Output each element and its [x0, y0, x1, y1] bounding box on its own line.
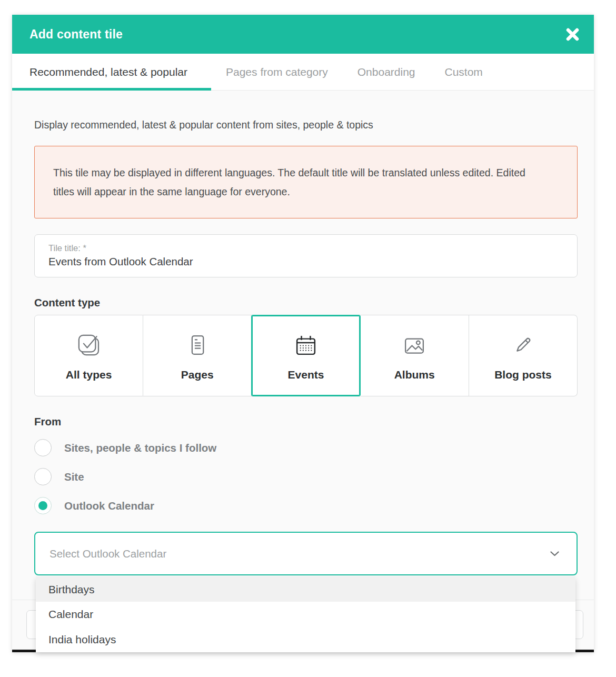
- content-type-label: All types: [66, 369, 112, 381]
- radio-label: Sites, people & topics I follow: [64, 442, 216, 454]
- content-type-all-types[interactable]: All types: [34, 315, 143, 396]
- calendar-icon: [292, 331, 320, 360]
- radio-label: Outlook Calendar: [64, 500, 154, 512]
- content-type-albums[interactable]: Albums: [361, 315, 469, 396]
- dropdown-option-birthdays[interactable]: Birthdays: [36, 577, 575, 602]
- tile-title-field: Tile title: *: [34, 234, 578, 277]
- tab-label: Onboarding: [357, 66, 415, 78]
- radio-site[interactable]: Site: [34, 468, 578, 485]
- content-type-label: Events: [288, 369, 324, 381]
- radio-label: Site: [64, 471, 84, 483]
- tile-title-input[interactable]: [48, 256, 563, 267]
- chevron-down-icon: [550, 551, 559, 556]
- page-background: { "modal": { "title": "Add content tile"…: [0, 0, 616, 677]
- pencil-icon: [509, 331, 537, 360]
- dropdown-option-calendar[interactable]: Calendar: [36, 602, 575, 627]
- content-type-heading: Content type: [34, 296, 578, 308]
- select-placeholder: Select Outlook Calendar: [49, 547, 166, 560]
- outlook-calendar-dropdown-list: Birthdays Calendar India holidays: [36, 577, 575, 652]
- content-type-pages[interactable]: Pages: [143, 315, 252, 396]
- from-radio-group: Sites, people & topics I follow Site Out…: [34, 439, 578, 514]
- dropdown-option-label: Calendar: [48, 608, 93, 621]
- page-icon: [183, 331, 212, 360]
- dropdown-option-label: India holidays: [48, 633, 116, 646]
- radio-button-icon: [34, 439, 52, 456]
- tab-custom[interactable]: Custom: [430, 54, 498, 90]
- dropdown-option-india-holidays[interactable]: India holidays: [36, 627, 575, 652]
- content-type-label: Blog posts: [494, 369, 552, 381]
- outlook-calendar-select[interactable]: Select Outlook Calendar: [34, 532, 578, 575]
- content-type-options: All types Pages: [34, 315, 578, 396]
- radio-button-icon: [34, 468, 52, 485]
- warning-text: This tile may be displayed in different …: [53, 167, 525, 197]
- all-types-icon: [75, 331, 103, 360]
- dropdown-option-label: Birthdays: [48, 583, 95, 596]
- intro-text: Display recommended, latest & popular co…: [34, 118, 578, 131]
- tab-label: Recommended, latest & popular: [29, 66, 187, 78]
- close-icon: [565, 27, 580, 42]
- add-content-tile-dialog: Add content tile Recommended, latest & p…: [12, 15, 594, 652]
- close-button[interactable]: [563, 25, 581, 43]
- tab-pages-from-category[interactable]: Pages from category: [211, 54, 343, 90]
- dialog-body: Display recommended, latest & popular co…: [12, 91, 594, 575]
- tile-title-label: Tile title: *: [48, 244, 563, 253]
- tab-recommended-latest-popular[interactable]: Recommended, latest & popular: [12, 54, 211, 90]
- content-type-blog-posts[interactable]: Blog posts: [469, 315, 578, 396]
- content-type-label: Albums: [394, 369, 435, 381]
- tab-onboarding[interactable]: Onboarding: [343, 54, 430, 90]
- tab-label: Pages from category: [226, 66, 328, 78]
- dialog-title: Add content tile: [29, 27, 123, 42]
- content-type-label: Pages: [181, 369, 214, 381]
- dialog-tabs: Recommended, latest & popular Pages from…: [12, 54, 594, 91]
- radio-button-selected-icon: [34, 497, 52, 514]
- radio-sites-people-topics[interactable]: Sites, people & topics I follow: [34, 439, 578, 456]
- tab-label: Custom: [445, 66, 483, 78]
- translation-warning-banner: This tile may be displayed in different …: [34, 146, 578, 218]
- radio-outlook-calendar[interactable]: Outlook Calendar: [34, 497, 578, 514]
- content-type-events[interactable]: Events: [251, 315, 360, 396]
- image-icon: [400, 331, 429, 360]
- from-heading: From: [34, 415, 578, 427]
- dialog-header: Add content tile: [12, 15, 594, 54]
